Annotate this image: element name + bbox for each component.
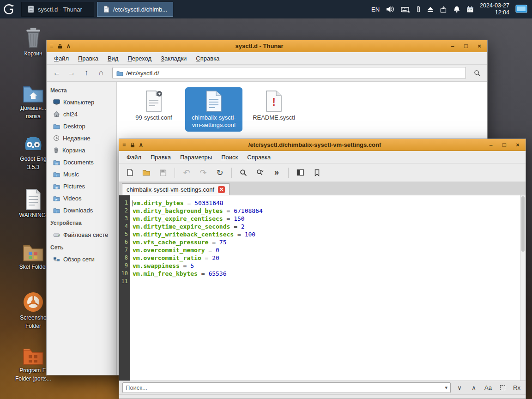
maximize-button[interactable]: □ — [461, 42, 471, 49]
thunar-titlebar[interactable]: ≡ ∧ sysctl.d - Thunar – □ × — [47, 40, 487, 52]
find-previous-button[interactable]: ∧ — [468, 382, 479, 393]
vertical-scrollbar[interactable] — [520, 195, 526, 381]
minimize-button[interactable]: – — [486, 141, 496, 148]
menu-edit[interactable]: Правка — [146, 154, 175, 161]
eject-icon[interactable] — [427, 6, 434, 12]
package-icon[interactable] — [440, 6, 447, 13]
goto-icon[interactable]: » — [272, 168, 282, 178]
sidebar-item-downloads[interactable]: ↓ Downloads — [47, 204, 116, 216]
clock[interactable]: 2024-03-27 12:04 — [480, 2, 509, 16]
code-line: vm.dirty_writeback_centisecs = 100 — [133, 230, 520, 238]
config-file-icon — [205, 90, 223, 112]
file-item-selected[interactable]: chimbalix-sysctl-vm-settings.conf — [185, 87, 242, 132]
devices-header: Устройства — [47, 216, 116, 229]
menu-go[interactable]: Переход — [123, 55, 156, 62]
svg-text:!: ! — [272, 96, 276, 108]
search-field[interactable]: ▾ — [122, 382, 451, 393]
match-case-button[interactable]: Aa — [483, 382, 494, 393]
downloads-folder-icon: ↓ — [53, 207, 60, 213]
pin-icon[interactable] — [58, 43, 62, 49]
sidebar-item-documents[interactable]: ▤ Documents — [47, 156, 116, 168]
search-button[interactable] — [471, 67, 484, 79]
find-next-button[interactable]: ∨ — [454, 382, 465, 393]
taskbar-item-thunar[interactable]: sysctl.d - Thunar — [21, 2, 94, 17]
menu-bookmarks[interactable]: Закладки — [156, 55, 191, 62]
search-icon[interactable] — [238, 168, 248, 178]
close-button[interactable]: × — [513, 141, 522, 148]
document-icon — [24, 188, 42, 211]
close-button[interactable]: × — [475, 42, 484, 49]
search-history-dropdown-icon[interactable]: ▾ — [445, 385, 447, 391]
save-icon[interactable] — [158, 168, 168, 178]
display-icon[interactable] — [515, 5, 527, 14]
distro-logo[interactable] — [0, 3, 18, 16]
regex-button[interactable]: Rx — [511, 382, 522, 393]
sidebar-item-recent[interactable]: Недавние — [47, 132, 116, 144]
paperclip-icon[interactable] — [416, 5, 421, 13]
reload-icon[interactable]: ↻ — [215, 168, 225, 178]
text-area[interactable]: 1 2 3 4 5 6 7 8 9 10 11 vm.dirty_bytes =… — [119, 195, 526, 381]
undo-icon[interactable]: ↶ — [181, 168, 192, 178]
desktop: Корзин Домашн... папка Godot Eng 3.5.3 W… — [0, 0, 532, 399]
pin-icon[interactable] — [130, 142, 135, 148]
trash-icon — [24, 27, 43, 49]
svg-text:▦: ▦ — [55, 186, 58, 188]
file-item[interactable]: ! README.sysctl — [245, 87, 302, 124]
home-icon — [53, 111, 60, 117]
thunar-sidebar: Места Компьютер chi24 Desktop Недавние — [47, 82, 117, 375]
menu-file[interactable]: Файл — [49, 55, 73, 62]
open-file-icon[interactable] — [141, 168, 151, 178]
up-button[interactable]: ↑ — [80, 67, 93, 79]
shade-icon[interactable]: ∧ — [139, 142, 144, 148]
notifications-icon[interactable] — [453, 6, 460, 13]
window-menu-icon[interactable]: ≡ — [50, 43, 54, 49]
drive-icon — [53, 232, 60, 238]
menu-view[interactable]: Вид — [103, 55, 123, 62]
sidebar-item-pictures[interactable]: ▦ Pictures — [47, 180, 116, 192]
window-menu-icon[interactable]: ≡ — [122, 142, 126, 148]
sidebar-item-videos[interactable]: ▶ Videos — [47, 192, 116, 204]
sidebar-item-home[interactable]: chi24 — [47, 108, 116, 120]
menu-help[interactable]: Справка — [242, 154, 275, 161]
sidebar-item-filesystem[interactable]: Файловая систе — [47, 229, 116, 241]
menu-file[interactable]: Файл — [122, 154, 146, 161]
tab-close-button[interactable]: ✕ — [218, 186, 225, 193]
shade-icon[interactable]: ∧ — [66, 43, 71, 49]
search-bar: ▾ ∨ ∧ Aa Rx — [119, 381, 526, 394]
menu-search[interactable]: Поиск — [217, 154, 242, 161]
volume-icon[interactable] — [386, 6, 395, 13]
sidebar-item-computer[interactable]: Компьютер — [47, 96, 116, 108]
path-bar[interactable]: /etc/sysctl.d/ — [112, 67, 466, 79]
sidebar-item-network[interactable]: Обзор сети — [47, 253, 116, 265]
menu-options[interactable]: Параметры — [175, 154, 217, 161]
search-input[interactable] — [126, 384, 443, 391]
redo-icon[interactable]: ↷ — [198, 168, 208, 178]
readme-file-icon: ! — [265, 90, 283, 112]
calendar-icon[interactable] — [466, 6, 474, 13]
editor-titlebar[interactable]: ≡ ∧ /etc/sysctl.d/chimbalix-sysctl-vm-se… — [119, 139, 526, 151]
highlight-all-button[interactable] — [497, 382, 508, 393]
side-pane-icon[interactable] — [295, 168, 305, 178]
menu-help[interactable]: Справка — [191, 55, 224, 62]
sidebar-item-music[interactable]: ♪ Music — [47, 168, 116, 180]
code-content[interactable]: vm.dirty_bytes = 50331648 vm.dirty_backg… — [130, 195, 520, 381]
find-replace-icon[interactable] — [255, 168, 265, 178]
menu-edit[interactable]: Правка — [73, 55, 103, 62]
back-button[interactable]: ← — [50, 67, 63, 79]
taskbar-item-editor[interactable]: /etc/sysctl.d/chimb... — [97, 2, 173, 17]
tab-chimbalix-conf[interactable]: chimbalix-sysctl-vm-settings.conf ✕ — [122, 183, 230, 195]
new-file-icon[interactable] — [125, 168, 135, 178]
folder-icon — [116, 70, 123, 76]
code-line: vm.overcommit_ratio = 20 — [133, 254, 520, 262]
sidebar-item-trash[interactable]: Корзина — [47, 144, 116, 156]
keyboard-layout-indicator[interactable]: EN — [371, 6, 380, 13]
file-item[interactable]: 99-sysctl.conf — [125, 87, 182, 124]
maximize-button[interactable]: □ — [500, 141, 509, 148]
minimize-button[interactable]: – — [448, 42, 457, 49]
sidebar-item-desktop[interactable]: Desktop — [47, 120, 116, 132]
bookmark-icon[interactable] — [312, 168, 322, 178]
forward-button[interactable]: → — [65, 67, 78, 79]
window-title: /etc/sysctl.d/chimbalix-sysctl-vm-settin… — [147, 141, 482, 148]
keyboard-icon[interactable] — [401, 6, 410, 13]
home-button[interactable]: ⌂ — [95, 67, 108, 79]
